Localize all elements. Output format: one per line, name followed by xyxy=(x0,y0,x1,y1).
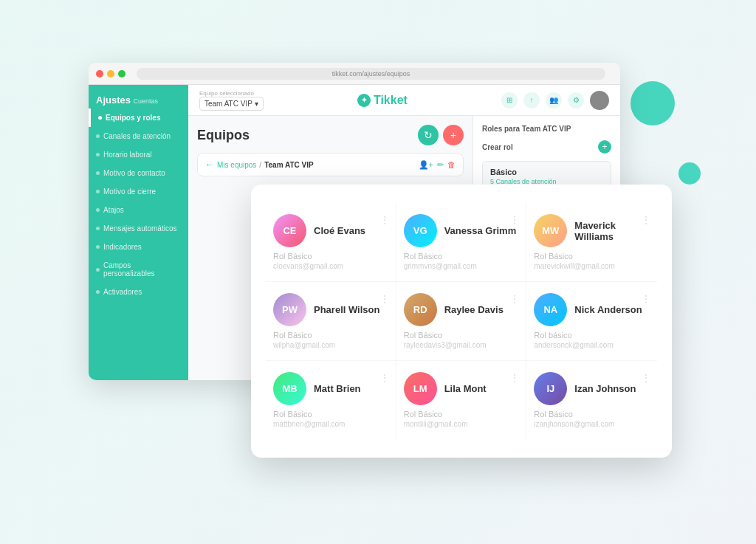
sidebar-item-activadores[interactable]: Activadores xyxy=(89,283,188,301)
sidebar-dot xyxy=(96,290,100,294)
fg-avatar: MB xyxy=(273,372,306,405)
fg-member-info: Lila Mont xyxy=(444,383,487,394)
sidebar-item-mensajes[interactable]: Mensajes automáticos xyxy=(89,219,188,238)
nav-icons: ⊞ ↑ 👥 ⚙ xyxy=(501,91,609,110)
sidebar-item-indicadores[interactable]: Indicadores xyxy=(89,238,188,256)
fg-member-role: Rol Básico xyxy=(404,331,443,340)
fg-member-info: Nick Anderson xyxy=(574,304,642,315)
sidebar-item-atajos[interactable]: Atajos xyxy=(89,201,188,219)
fg-member-email: marevickwill@gmail.com xyxy=(534,262,615,270)
fg-member-header: VG Vanessa Grimm xyxy=(404,214,519,247)
avatar-initials: RD xyxy=(404,293,437,326)
team-value: Team ATC VIP xyxy=(205,100,252,108)
sidebar: Ajustes Cuentas Equipos y roles Canales … xyxy=(89,85,188,380)
sidebar-dot xyxy=(96,208,100,212)
fg-member-name: Pharell Wilson xyxy=(314,304,379,315)
traffic-light-green[interactable] xyxy=(118,70,126,78)
fg-member-cell: PW Pharell Wilson Rol Básico wilpha@gmai… xyxy=(266,282,396,361)
more-options-icon[interactable]: ⋮ xyxy=(379,214,390,226)
fg-avatar: NA xyxy=(534,293,567,326)
fg-member-cell: IJ Izan Johnson Rol Básico izanjhonson@g… xyxy=(526,361,657,439)
fg-member-info: Vanessa Grimm xyxy=(444,225,517,236)
logo-area: ✦ Tikket xyxy=(271,94,494,107)
fg-member-name: Izan Johnson xyxy=(574,383,636,394)
fg-avatar: CE xyxy=(273,214,306,247)
chart-icon[interactable]: ↑ xyxy=(523,92,540,109)
sidebar-item-motivo-contacto[interactable]: Motivo de contacto xyxy=(89,164,188,182)
sidebar-item-equipos[interactable]: Equipos y roles xyxy=(89,109,188,127)
sidebar-title: Ajustes Cuentas xyxy=(89,89,188,109)
avatar-initials: VG xyxy=(404,214,437,247)
more-options-icon[interactable]: ⋮ xyxy=(641,372,651,384)
fg-member-header: RD Raylee Davis xyxy=(404,293,519,326)
breadcrumb-text: ← Mis equipos / Team ATC VIP xyxy=(205,159,314,170)
role-name: Básico xyxy=(490,168,603,176)
fg-avatar: MW xyxy=(534,214,567,247)
fg-member-name: Lila Mont xyxy=(444,383,487,394)
fg-member-info: Maverick Williams xyxy=(574,220,650,242)
add-team-button[interactable]: + xyxy=(443,125,464,145)
image-icon[interactable]: ⊞ xyxy=(501,92,518,109)
fg-member-name: Vanessa Grimm xyxy=(444,225,517,236)
fg-member-cell: RD Raylee Davis Rol Básico rayleedavis3@… xyxy=(396,282,527,361)
fg-member-role: Rol Básico xyxy=(273,410,312,419)
fg-member-name: Nick Anderson xyxy=(574,304,642,315)
fg-member-info: Pharell Wilson xyxy=(314,304,379,315)
create-role-button[interactable]: Crear rol + xyxy=(482,140,611,154)
more-options-icon[interactable]: ⋮ xyxy=(509,293,520,305)
fg-member-header: NA Nick Anderson xyxy=(534,293,650,326)
sidebar-dot xyxy=(96,190,100,193)
add-member-icon[interactable]: 👤+ xyxy=(419,160,433,170)
breadcrumb-current: Team ATC VIP xyxy=(264,161,314,169)
foreground-member-card: CE Cloé Evans Rol Básico cloevans@gmail.… xyxy=(251,185,672,458)
more-options-icon[interactable]: ⋮ xyxy=(509,372,520,384)
user-avatar-nav[interactable] xyxy=(590,91,609,110)
fg-member-email: andersonck@gmail.com xyxy=(534,341,613,349)
delete-icon[interactable]: 🗑 xyxy=(447,160,456,170)
more-options-icon[interactable]: ⋮ xyxy=(509,214,520,226)
fg-member-header: LM Lila Mont xyxy=(404,372,519,405)
team-select-button[interactable]: Team ATC VIP ▾ xyxy=(199,97,264,111)
fg-member-email: grimmvns@gmail.com xyxy=(404,262,477,270)
more-options-icon[interactable]: ⋮ xyxy=(641,214,651,226)
traffic-light-red[interactable] xyxy=(96,70,103,78)
refresh-button[interactable]: ↻ xyxy=(418,125,439,145)
sidebar-item-motivo-cierre[interactable]: Motivo de cierre xyxy=(89,182,188,201)
deco-circle-top-right xyxy=(630,81,675,125)
sidebar-item-horario[interactable]: Horario laboral xyxy=(89,145,188,164)
more-options-icon[interactable]: ⋮ xyxy=(379,372,390,384)
more-options-icon[interactable]: ⋮ xyxy=(379,293,390,305)
create-role-icon: + xyxy=(598,140,611,154)
breadcrumb-back-arrow[interactable]: ← xyxy=(205,159,214,170)
sidebar-item-campos[interactable]: Campos personalizables xyxy=(89,256,188,283)
settings-icon[interactable]: ⚙ xyxy=(568,92,584,109)
fg-member-role: Rol Básico xyxy=(404,252,443,261)
breadcrumb-my-teams[interactable]: Mis equipos xyxy=(217,161,256,169)
fg-member-cell: LM Lila Mont Rol Básico montlili@gmail.c… xyxy=(396,361,527,439)
sidebar-dot xyxy=(98,116,102,120)
url-bar: tikket.com/ajustes/equipos xyxy=(137,68,605,80)
fg-member-grid: CE Cloé Evans Rol Básico cloevans@gmail.… xyxy=(266,203,657,439)
sidebar-item-canales[interactable]: Canales de atención xyxy=(89,127,188,145)
browser-titlebar: tikket.com/ajustes/equipos xyxy=(89,63,620,85)
avatar-initials: CE xyxy=(273,214,306,247)
fg-member-cell: MW Maverick Williams Rol Básico marevick… xyxy=(526,203,657,282)
fg-member-info: Raylee Davis xyxy=(444,304,504,315)
fg-member-name: Maverick Williams xyxy=(574,220,650,242)
traffic-light-yellow[interactable] xyxy=(107,70,114,78)
breadcrumb-separator: / xyxy=(259,161,261,169)
fg-member-header: MB Matt Brien xyxy=(273,372,388,405)
edit-icon[interactable]: ✏ xyxy=(437,160,444,170)
fg-member-role: Rol Básico xyxy=(534,410,573,419)
chevron-down-icon: ▾ xyxy=(255,100,258,108)
sidebar-dot xyxy=(96,153,100,156)
fg-member-email: wilpha@gmail.com xyxy=(273,341,335,349)
fg-member-cell: MB Matt Brien Rol Básico mattbrien@gmail… xyxy=(266,361,396,439)
avatar-initials: MB xyxy=(273,372,306,405)
fg-member-email: mattbrien@gmail.com xyxy=(273,420,345,428)
fg-member-role: Rol Básico xyxy=(534,252,573,261)
fg-member-name: Raylee Davis xyxy=(444,304,504,315)
team-icon[interactable]: 👥 xyxy=(546,92,562,109)
fg-member-email: montlili@gmail.com xyxy=(404,420,468,428)
more-options-icon[interactable]: ⋮ xyxy=(641,293,651,305)
